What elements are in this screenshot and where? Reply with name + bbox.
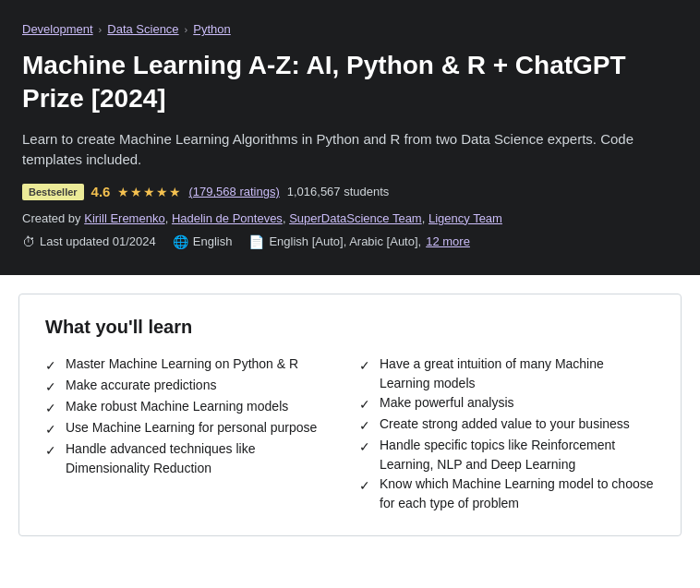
- bestseller-badge: Bestseller: [22, 184, 84, 200]
- rating-count[interactable]: (179,568 ratings): [188, 185, 279, 198]
- check-icon-5: ✓: [45, 441, 56, 461]
- star-1: ★: [117, 185, 129, 199]
- check-icon-7: ✓: [359, 395, 370, 414]
- creators-label: Created by: [22, 211, 81, 225]
- language-text: English: [193, 234, 233, 248]
- learn-item-1: ✓ Master Machine Learning on Python & R: [45, 354, 341, 376]
- captions-icon: 📄: [248, 234, 264, 249]
- learn-text-7: Make powerful analysis: [380, 393, 655, 413]
- check-icon-1: ✓: [45, 356, 56, 376]
- check-icon-4: ✓: [45, 420, 56, 439]
- breadcrumb-development[interactable]: Development: [22, 22, 93, 36]
- learn-item-4: ✓ Use Machine Learning for personal purp…: [45, 418, 341, 439]
- check-icon-10: ✓: [359, 476, 370, 496]
- learn-item-7: ✓ Make powerful analysis: [359, 393, 655, 414]
- star-half: ★: [169, 185, 181, 199]
- creator-hadelin[interactable]: Hadelin de Ponteves: [172, 211, 283, 225]
- course-description: Learn to create Machine Learning Algorit…: [22, 129, 650, 171]
- star-4: ★: [156, 185, 168, 199]
- last-updated-item: ⏱ Last updated 01/2024: [22, 234, 156, 249]
- learn-text-3: Make robust Machine Learning models: [66, 397, 341, 416]
- check-icon-9: ✓: [359, 438, 370, 457]
- star-3: ★: [143, 185, 155, 199]
- students-count: 1,016,567 students: [287, 185, 390, 198]
- learn-item-9: ✓ Handle specific topics like Reinforcem…: [359, 436, 655, 474]
- captions-item: 📄 English [Auto], Arabic [Auto], 12 more: [248, 234, 469, 249]
- learn-item-8: ✓ Create strong added value to your busi…: [359, 414, 655, 436]
- creators-row: Created by Kirill Eremenko, Hadelin de P…: [22, 211, 678, 225]
- creator-kirill[interactable]: Kirill Eremenko: [84, 211, 164, 225]
- check-icon-6: ✓: [359, 356, 370, 376]
- creator-sep-1: ,: [165, 211, 169, 225]
- learn-text-8: Create strong added value to your busine…: [380, 414, 655, 434]
- star-2: ★: [130, 185, 142, 199]
- learn-text-4: Use Machine Learning for personal purpos…: [66, 418, 341, 438]
- learn-section: What you'll learn ✓ Master Machine Learn…: [18, 294, 682, 536]
- rating-number: 4.6: [91, 184, 111, 199]
- clock-icon: ⏱: [22, 234, 35, 249]
- learn-text-2: Make accurate predictions: [66, 376, 341, 395]
- meta-row: ⏱ Last updated 01/2024 🌐 English 📄 Engli…: [22, 234, 678, 249]
- hero-section: Development › Data Science › Python Mach…: [0, 0, 700, 275]
- course-title: Machine Learning A-Z: AI, Python & R + C…: [22, 49, 678, 116]
- breadcrumb-data-science[interactable]: Data Science: [107, 22, 178, 36]
- learn-column-left: ✓ Master Machine Learning on Python & R …: [45, 354, 341, 513]
- learn-text-9: Handle specific topics like Reinforcemen…: [380, 436, 655, 474]
- learn-item-5: ✓ Handle advanced techniques like Dimens…: [45, 439, 341, 478]
- language-item: 🌐 English: [173, 234, 233, 249]
- creator-sep-2: ,: [283, 211, 286, 225]
- check-icon-2: ✓: [45, 378, 56, 397]
- creator-sds[interactable]: SuperDataScience Team: [289, 211, 422, 225]
- creator-sep-3: ,: [422, 211, 426, 225]
- learn-item-10: ✓ Know which Machine Learning model to c…: [359, 474, 655, 513]
- learn-text-5: Handle advanced techniques like Dimensio…: [66, 439, 341, 478]
- learn-text-6: Have a great intuition of many Machine L…: [380, 354, 655, 393]
- learn-column-right: ✓ Have a great intuition of many Machine…: [359, 354, 655, 513]
- learn-item-6: ✓ Have a great intuition of many Machine…: [359, 354, 655, 393]
- check-icon-8: ✓: [359, 416, 370, 436]
- star-rating: ★ ★ ★ ★ ★: [117, 185, 181, 199]
- globe-icon: 🌐: [173, 234, 188, 249]
- rating-row: Bestseller 4.6 ★ ★ ★ ★ ★ (179,568 rating…: [22, 184, 678, 200]
- check-icon-3: ✓: [45, 399, 56, 418]
- breadcrumb-sep-1: ›: [99, 24, 103, 35]
- learn-title: What you'll learn: [45, 317, 655, 338]
- learn-text-1: Master Machine Learning on Python & R: [66, 354, 341, 374]
- captions-more-link[interactable]: 12 more: [426, 234, 470, 248]
- learn-item-3: ✓ Make robust Machine Learning models: [45, 397, 341, 418]
- breadcrumb-sep-2: ›: [185, 24, 188, 35]
- learn-item-2: ✓ Make accurate predictions: [45, 376, 341, 397]
- learn-text-10: Know which Machine Learning model to cho…: [380, 474, 655, 513]
- creator-ligency[interactable]: Ligency Team: [428, 211, 502, 225]
- captions-text: English [Auto], Arabic [Auto],: [269, 234, 421, 248]
- breadcrumb: Development › Data Science › Python: [22, 22, 678, 36]
- last-updated-text: Last updated 01/2024: [40, 234, 156, 248]
- learn-grid: ✓ Master Machine Learning on Python & R …: [45, 354, 655, 513]
- breadcrumb-python[interactable]: Python: [193, 22, 230, 36]
